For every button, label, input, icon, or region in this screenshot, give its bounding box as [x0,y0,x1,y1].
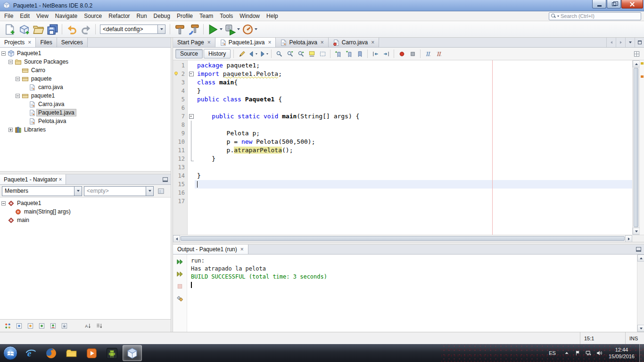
show-methods-button[interactable] [36,321,47,331]
previous-bookmark-button[interactable] [333,49,343,58]
show-non-public-button[interactable] [59,321,69,331]
split-document-button[interactable] [631,49,642,58]
warning-mark[interactable] [641,75,644,78]
fold-collapse-icon[interactable] [188,112,195,121]
show-constructors-button[interactable] [25,321,35,331]
menu-view[interactable]: View [33,11,52,21]
close-tab-icon[interactable] [58,177,62,182]
toggle-highlight-search-button[interactable] [306,49,317,58]
warning-mark[interactable] [641,62,644,65]
ant-settings-button[interactable] [175,294,185,303]
source-view-button[interactable]: Source [175,49,203,58]
stop-macro-recording-button[interactable] [407,49,418,58]
gutter-line[interactable]: 13 [173,163,187,172]
build-project-button[interactable] [173,23,186,36]
editor-gutter[interactable]: 1234567891011121314151617 [173,60,188,235]
gutter-line[interactable]: 10 [173,138,187,146]
start-macro-recording-button[interactable] [396,49,407,58]
tree-row-carro[interactable]: Carro [0,66,171,74]
close-button[interactable] [621,0,643,8]
taskbar-firefox[interactable] [41,345,61,361]
show-opened-documents-button[interactable] [625,38,635,47]
profile-project-button[interactable] [241,23,258,36]
collapse-icon[interactable] [16,94,20,98]
tray-hidden-icons[interactable] [563,349,570,357]
history-view-button[interactable]: History [204,49,231,58]
undo-button[interactable] [65,23,78,36]
code-area[interactable]: package paquete1;import paquete1.Pelota;… [195,60,632,235]
menu-help[interactable]: Help [263,11,281,21]
tree-row-pelota-java[interactable]: Pelota.java [0,117,171,125]
sort-by-source-button[interactable] [94,321,104,331]
minimize-window-group-icon[interactable] [636,247,641,252]
stop-button[interactable] [175,281,185,291]
forward-button[interactable] [258,49,269,58]
scroll-up-button[interactable] [637,255,644,262]
scroll-up-button[interactable] [633,60,640,67]
tree-row-paquete1[interactable]: Paquete1 [0,49,171,58]
tray-action-center[interactable] [574,349,581,357]
close-tab-icon[interactable] [371,40,374,45]
gutter-line[interactable]: 6 [173,104,187,112]
gutter-line[interactable]: 12 [173,155,187,163]
gutter-line[interactable]: 17 [173,197,187,206]
gutter-line[interactable]: 7 [173,112,187,121]
collapse-icon[interactable] [16,77,20,81]
vscrollbar-thumb[interactable] [634,68,638,227]
navigator-tab[interactable]: Paquete1 - Navigator [0,174,66,184]
new-project-button[interactable] [17,23,31,36]
taskbar-media-player[interactable] [82,345,101,361]
gutter-line[interactable]: 9 [173,129,187,138]
find-next-occurrence-button[interactable] [285,49,295,58]
gutter-line[interactable]: 16 [173,189,187,197]
tab-projects[interactable]: Projects [0,38,36,47]
find-selection-button[interactable] [274,49,284,58]
clean-build-project-button[interactable] [187,23,200,36]
tab-pelota-java[interactable]: Pelota.java [276,38,328,47]
start-button[interactable] [0,344,21,362]
open-project-button[interactable] [32,23,45,36]
last-edited-button[interactable] [237,49,247,58]
collapse-icon[interactable] [1,201,6,206]
taskbar-windows-explorer[interactable] [62,345,81,361]
tree-row-carro-java[interactable]: Carro.java [0,100,171,108]
gutter-line[interactable]: 11 [173,146,187,155]
show-desktop-button[interactable] [639,344,644,362]
output-vscrollbar[interactable] [637,255,644,332]
minimize-button[interactable] [592,0,606,8]
gutter-line[interactable]: 4 [173,87,187,95]
tree-row-paquete1[interactable]: Paquete1 [0,199,171,207]
tray-volume[interactable] [595,349,603,357]
menu-navigate[interactable]: Navigate [52,11,81,21]
show-inherited-button[interactable] [2,321,13,331]
toggle-rectangular-selection-button[interactable] [317,49,328,58]
config-dropdown-button[interactable] [157,25,165,34]
tab-start-page[interactable]: Start Page [173,38,215,47]
taskbar-netbeans[interactable] [123,345,142,361]
debug-project-button[interactable] [224,23,240,36]
gutter-line[interactable]: 15 [173,180,187,189]
editor-hscrollbar[interactable] [173,235,644,242]
output-tab[interactable]: Output - Paquete1 (run) [173,245,248,254]
gutter-line[interactable]: 14 [173,172,187,180]
menu-run[interactable]: Run [133,11,150,21]
scroll-tabs-right-button[interactable] [616,38,625,47]
fold-collapse-icon[interactable] [188,70,195,78]
new-file-button[interactable] [3,23,17,36]
taskbar-internet-explorer[interactable]: e [21,345,41,361]
scroll-down-button[interactable] [637,325,644,332]
tree-row-paquete1[interactable]: paquete1 [0,91,171,100]
search-input[interactable] [561,13,639,19]
menu-file[interactable]: File [1,11,17,21]
tray-network[interactable] [585,349,592,357]
menu-tools[interactable]: Tools [216,11,236,21]
editor-vscrollbar[interactable] [632,60,639,235]
scroll-tabs-left-button[interactable] [606,38,616,47]
find-previous-occurrence-button[interactable] [296,49,306,58]
tree-row-main[interactable]: main [0,216,171,224]
output-text[interactable]: run:Has atrapado la pelotaBUILD SUCCESSF… [187,255,637,332]
tree-row-paquete1-java[interactable]: Paquete1.java [0,108,171,117]
close-tab-icon[interactable] [240,247,244,252]
gutter-line[interactable]: 3 [173,78,187,87]
taskbar-android[interactable] [102,345,122,361]
